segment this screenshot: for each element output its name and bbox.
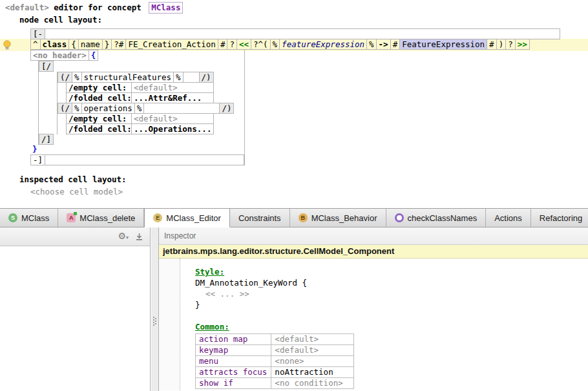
cell-optional-hash[interactable]: ?# bbox=[111, 39, 126, 50]
cell-conditional-paren[interactable]: ?^( bbox=[251, 39, 271, 50]
tab-label: MClass_delete bbox=[79, 213, 135, 223]
tab-label: Actions bbox=[494, 213, 522, 223]
property-value[interactable]: noAttraction bbox=[271, 367, 354, 378]
cell-pct[interactable]: % bbox=[134, 103, 145, 114]
cell-hlist-close[interactable]: /) bbox=[199, 72, 214, 83]
property-name-menu[interactable]: menu bbox=[196, 356, 271, 367]
property-row: menu <none> bbox=[196, 356, 354, 367]
editor-header: <default> editor for concept MClass bbox=[5, 3, 183, 12]
gear-icon[interactable]: ⚙▾ bbox=[118, 231, 129, 242]
cell-pct[interactable]: % bbox=[173, 72, 184, 83]
cell-class-keyword[interactable]: class bbox=[40, 39, 70, 50]
left-panel-content[interactable] bbox=[0, 246, 150, 390]
cell-question1[interactable]: ? bbox=[227, 39, 237, 50]
cell-structural-features-link[interactable]: structuralFeatures bbox=[81, 72, 174, 83]
property-value[interactable]: <default> bbox=[271, 345, 354, 356]
tab-label: MClass_Editor bbox=[166, 213, 221, 223]
chevron-down-icon: ▾ bbox=[126, 235, 129, 240]
operations-row: (/ % operations % /) bbox=[58, 103, 244, 114]
cell-open-curly[interactable]: { bbox=[89, 50, 99, 61]
tab-actions[interactable]: Actions bbox=[486, 209, 531, 227]
style-body-placeholder[interactable]: << ... >> bbox=[195, 288, 354, 299]
tab-refactoring[interactable]: Refactoring bbox=[531, 209, 588, 227]
aspect-tabbar: S MClass A MClass_delete E MClass_Editor… bbox=[0, 208, 588, 227]
folded-cell-value[interactable]: ...Operations... bbox=[131, 123, 214, 134]
tab-mclass-behavior[interactable]: B MClass_Behavior bbox=[290, 209, 386, 227]
cell-pct1[interactable]: % bbox=[270, 39, 280, 50]
folded-cell-label[interactable]: /folded cell: bbox=[66, 92, 132, 103]
property-name-attracts-focus[interactable]: attracts focus bbox=[196, 367, 271, 378]
folded-cell-value[interactable]: ...Attr&Ref... bbox=[131, 92, 214, 103]
cell-feature-expression-type[interactable]: FeatureExpression bbox=[399, 39, 487, 50]
inspector-breadcrumb[interactable]: jetbrains.mps.lang.editor.structure.Cell… bbox=[159, 245, 588, 259]
node-cell-layout-table: [- ^ class { name } ?# FE_Creation_Actio… bbox=[30, 28, 560, 165]
cell-bracket-close[interactable]: -] bbox=[30, 154, 45, 165]
class-header-row: ^ class { name } ?# FE_Creation_Action #… bbox=[30, 39, 560, 50]
tab-mclass-delete[interactable]: A MClass_delete bbox=[58, 209, 144, 227]
inspected-cell-layout-label: inspected cell layout: bbox=[19, 174, 127, 184]
cell-no-header[interactable]: <no header> bbox=[30, 50, 89, 61]
intention-lightbulb-icon[interactable] bbox=[3, 40, 12, 50]
style-declaration[interactable]: DM_Annotation_KeyWord { bbox=[195, 277, 354, 288]
cell-hlist-open[interactable]: (/ bbox=[58, 103, 72, 114]
tab-label: Constraints bbox=[238, 213, 281, 223]
empty-cell-row: /empty cell: <default> bbox=[66, 82, 244, 93]
structure-icon: S bbox=[8, 213, 17, 222]
cell-caret[interactable]: ^ bbox=[30, 39, 41, 50]
tab-label: MClass bbox=[21, 213, 49, 223]
cell-hash1[interactable]: # bbox=[218, 39, 228, 50]
empty-cell-value[interactable]: <default> bbox=[131, 82, 214, 93]
tab-mclass-structure[interactable]: S MClass bbox=[0, 209, 58, 227]
property-name-show-if[interactable]: show if bbox=[196, 378, 271, 389]
cell-close-paren[interactable]: ) bbox=[496, 39, 507, 50]
cell-filler[interactable] bbox=[45, 28, 560, 39]
typesystem-rule-icon bbox=[395, 213, 404, 222]
cell-hash3[interactable]: # bbox=[487, 39, 497, 50]
cell-filler[interactable] bbox=[45, 154, 244, 165]
cell-close-brace[interactable]: } bbox=[102, 39, 112, 50]
tab-constraints[interactable]: Constraints bbox=[230, 209, 290, 227]
empty-cell-value[interactable]: <default> bbox=[131, 113, 214, 124]
cell-name-property[interactable]: name bbox=[78, 39, 103, 50]
dock-icon[interactable] bbox=[135, 233, 143, 241]
cell-vlist-close[interactable]: /] bbox=[39, 134, 54, 145]
cell-open-brace[interactable]: { bbox=[68, 39, 79, 50]
cell-pct[interactable]: % bbox=[72, 103, 82, 114]
cell-bracket-open[interactable]: [- bbox=[30, 28, 45, 39]
cell-hash2[interactable]: # bbox=[390, 39, 401, 50]
empty-cell-label[interactable]: /empty cell: bbox=[66, 113, 132, 124]
cell-pct2[interactable]: % bbox=[366, 39, 377, 50]
cell-fe-creation-action[interactable]: FE_Creation_Action bbox=[125, 39, 218, 50]
property-value[interactable]: <none> bbox=[271, 356, 354, 367]
common-section-header: Common: bbox=[195, 321, 354, 332]
empty-cell-label[interactable]: /empty cell: bbox=[66, 82, 132, 93]
cell-hlist-open[interactable]: (/ bbox=[58, 72, 72, 83]
cell-ll-angle[interactable]: << bbox=[236, 39, 251, 50]
property-value[interactable]: <no condition> bbox=[271, 378, 354, 389]
cell-operations-link[interactable]: operations bbox=[81, 103, 135, 114]
cell-gap[interactable] bbox=[183, 72, 200, 83]
cell-close-curly[interactable]: } bbox=[30, 144, 39, 155]
cell-vlist-open[interactable]: [/ bbox=[39, 61, 54, 72]
tab-checkclassnames[interactable]: checkClassNames bbox=[386, 209, 487, 227]
folded-cell-label[interactable]: /folded cell: bbox=[66, 123, 132, 134]
style-close-brace[interactable]: } bbox=[195, 299, 354, 310]
empty-cell-row: /empty cell: <default> bbox=[66, 113, 244, 124]
cell-gap[interactable] bbox=[143, 103, 220, 114]
choose-cell-model[interactable]: <choose cell model> bbox=[30, 187, 123, 196]
cell-question2[interactable]: ? bbox=[505, 39, 516, 50]
concept-name[interactable]: MClass bbox=[149, 2, 183, 14]
vlist-close-row: /] bbox=[39, 134, 244, 145]
cell-rr-angle[interactable]: >> bbox=[515, 39, 530, 50]
cell-feature-expression-link[interactable]: featureExpression bbox=[279, 39, 367, 50]
cell-hlist-close[interactable]: /) bbox=[219, 103, 234, 114]
folded-cell-row: /folded cell: ...Operations... bbox=[66, 123, 244, 134]
panel-splitter[interactable] bbox=[151, 227, 158, 391]
inspector-panel: Inspector jetbrains.mps.lang.editor.stru… bbox=[158, 227, 588, 391]
cell-arrow[interactable]: -> bbox=[376, 39, 391, 50]
tab-mclass-editor[interactable]: E MClass_Editor bbox=[144, 209, 230, 227]
property-value[interactable]: <default> bbox=[271, 334, 354, 345]
cell-pct[interactable]: % bbox=[72, 72, 82, 83]
property-name-action-map[interactable]: action map bbox=[196, 334, 271, 345]
property-name-keymap[interactable]: keymap bbox=[196, 345, 271, 356]
